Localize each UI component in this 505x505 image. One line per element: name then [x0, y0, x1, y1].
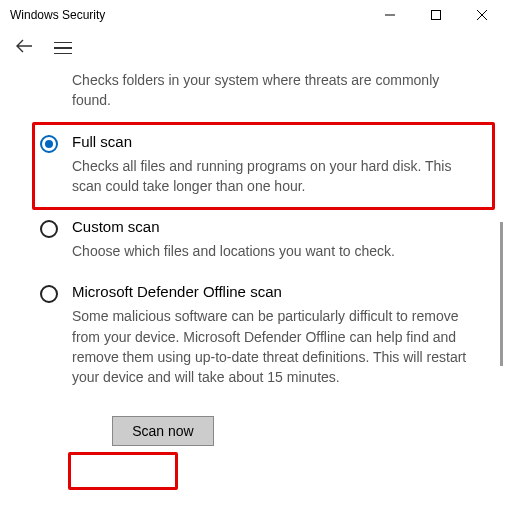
option-custom-scan[interactable]: Custom scan Choose which files and locat…: [40, 218, 483, 261]
maximize-button[interactable]: [413, 0, 459, 30]
title-bar: Windows Security: [0, 0, 505, 30]
svg-rect-1: [432, 11, 441, 20]
radio-offline-scan[interactable]: [40, 285, 58, 303]
scan-now-button[interactable]: Scan now: [112, 416, 214, 446]
window-controls: [367, 0, 505, 30]
content-area: Checks folders in your system where thre…: [0, 70, 505, 446]
close-button[interactable]: [459, 0, 505, 30]
option-full-scan[interactable]: Full scan Checks all files and running p…: [40, 133, 483, 197]
window-title: Windows Security: [10, 8, 105, 22]
intro-description: Checks folders in your system where thre…: [72, 70, 482, 111]
scrollbar[interactable]: [500, 222, 503, 366]
annotation-highlight-scan: [68, 452, 178, 490]
option-title: Microsoft Defender Offline scan: [72, 283, 483, 300]
radio-full-scan[interactable]: [40, 135, 58, 153]
back-button[interactable]: [14, 38, 34, 59]
option-description: Choose which files and locations you wan…: [72, 241, 482, 261]
menu-icon[interactable]: [54, 42, 72, 55]
toolbar: [0, 30, 505, 66]
option-title: Custom scan: [72, 218, 483, 235]
minimize-button[interactable]: [367, 0, 413, 30]
option-description: Checks all files and running programs on…: [72, 156, 482, 197]
option-offline-scan[interactable]: Microsoft Defender Offline scan Some mal…: [40, 283, 483, 387]
option-description: Some malicious software can be particula…: [72, 306, 482, 387]
radio-custom-scan[interactable]: [40, 220, 58, 238]
option-title: Full scan: [72, 133, 483, 150]
